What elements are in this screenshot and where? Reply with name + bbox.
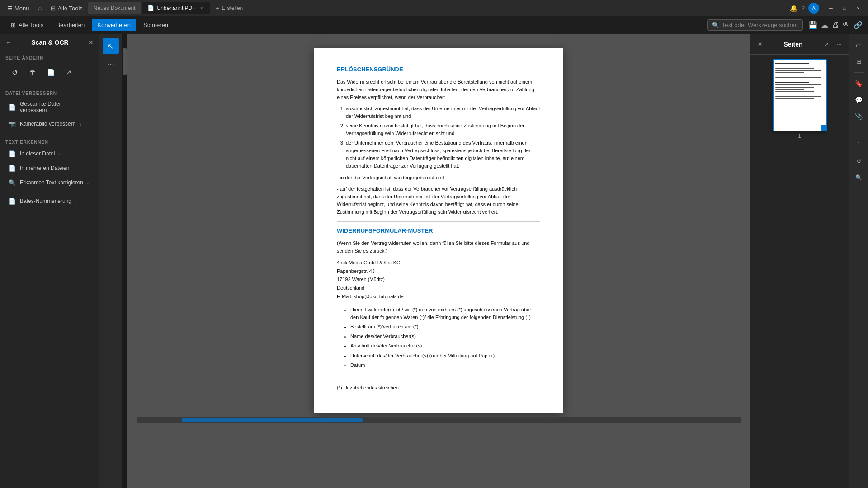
link-icon[interactable]: 🔗 — [854, 21, 863, 29]
all-tools-title-button[interactable]: ⊞ Alle Tools — [47, 3, 86, 14]
print-icon[interactable]: 🖨 — [832, 21, 839, 29]
menu-signieren[interactable]: Signieren — [138, 19, 174, 31]
list-item-3: der Unternehmer dem Verbraucher eine Bes… — [346, 139, 540, 170]
right-panel-header: ✕ Seiten ↗ ⋯ — [750, 34, 849, 55]
new-tab-button[interactable]: ＋ Erstellen — [211, 3, 247, 14]
tool-kamerabild-label: Kamerabild verbessern — [20, 121, 75, 127]
avatar[interactable]: A — [808, 3, 819, 14]
panel-close-button[interactable]: ✕ — [88, 39, 94, 46]
export-button[interactable]: ↗ — [821, 39, 832, 50]
thumb-line — [775, 96, 822, 97]
list-item-1: ausdrücklich zugestimmt hat, dass der Un… — [346, 105, 540, 120]
country: Deutschland — [337, 284, 540, 292]
bullet-1: Hiermit widerrufe(n) ich/ wir (*) den vo… — [350, 306, 540, 321]
tool-erkannten-text-label: Erkannten Text korrigieren — [20, 179, 83, 186]
home-icon: ⌂ — [38, 5, 42, 12]
all-tools-title-label: Alle Tools — [57, 5, 82, 12]
seite-andern-tools: ↺ 🗑 📄 ↗ — [2, 63, 97, 81]
search-bar[interactable]: 🔍 Text oder Werkzeuge suchen — [707, 19, 803, 31]
horizontal-scrollbar[interactable] — [137, 417, 741, 423]
main-area: ← Scan & OCR ✕ SEITE ÄNDERN ↺ 🗑 📄 ↗ DATE… — [0, 34, 868, 488]
tab-close-icon[interactable]: ✕ — [198, 5, 205, 11]
maximize-button[interactable]: □ — [838, 4, 851, 13]
current-page: 1 — [857, 135, 860, 140]
divider-3 — [0, 192, 99, 192]
tool-erkannten-text[interactable]: 🔍 Erkannten Text korrigieren ↓ — [2, 176, 97, 189]
tab-unbenannt-pdf[interactable]: 📄 Unbenannt.PDF ✕ — [142, 2, 210, 14]
files-icon: 📄 — [8, 164, 16, 172]
panel-back-button[interactable]: ← — [5, 39, 12, 46]
page-number-label: 1 — [798, 133, 801, 139]
panel-toggle-button[interactable]: ▭ — [852, 38, 866, 52]
cursor-tool-button[interactable]: ↖ — [103, 38, 119, 54]
help-icon[interactable]: ? — [801, 5, 805, 12]
window-controls: ─ □ ✕ — [825, 4, 864, 13]
thumb-line — [775, 91, 814, 92]
cursor-move-button[interactable]: ↗ — [62, 66, 75, 79]
right-close-button[interactable]: ✕ — [755, 39, 765, 50]
page-thumb-content — [774, 60, 826, 131]
tool-kamerabild[interactable]: 📷 Kamerabild verbessern ↓ — [2, 117, 97, 131]
document-area[interactable]: ERLÖSCHENSGRÜNDE Das Widerrufsrecht erli… — [127, 34, 750, 488]
delete-button[interactable]: 🗑 — [26, 66, 39, 79]
grid-icon: ⊞ — [51, 5, 56, 12]
hamburger-icon: ☰ — [7, 5, 13, 12]
close-button[interactable]: ✕ — [852, 4, 864, 13]
hscroll-thumb[interactable] — [182, 418, 363, 422]
pro-indicator-4: ↓ — [87, 180, 89, 185]
more-options-button[interactable]: ⋯ — [834, 39, 844, 50]
list-item-2: seine Kenntnis davon bestätigt hat, dass… — [346, 122, 540, 137]
save-icon[interactable]: 💾 — [808, 21, 817, 29]
thumb-line — [775, 89, 805, 90]
tab-bar: Neues Dokument 📄 Unbenannt.PDF ✕ ＋ Erste… — [88, 2, 788, 14]
pro-indicator: ↓ — [89, 105, 91, 110]
hr-1 — [337, 221, 540, 222]
upload-icon[interactable]: ☁ — [821, 21, 828, 29]
tool-in-dieser-datei[interactable]: 📄 In dieser Datei ↓ — [2, 147, 97, 160]
grid-view-button[interactable]: ⊞ — [852, 54, 866, 69]
right-panel-title: Seiten — [783, 41, 802, 48]
notification-icon[interactable]: 🔔 — [790, 5, 797, 12]
tab-neues-dokument[interactable]: Neues Dokument — [88, 2, 141, 14]
tool-in-mehreren-dateien[interactable]: 📄 In mehreren Dateien — [2, 161, 97, 175]
tool-bates-nummerierung[interactable]: 📄 Bates-Nummerierung ↓ — [2, 194, 97, 208]
comment-button[interactable]: 💬 — [852, 93, 866, 107]
tab-label: Neues Dokument — [94, 5, 136, 11]
tab-label: Unbenannt.PDF — [157, 5, 196, 11]
zoom-button[interactable]: 🔍 — [852, 170, 866, 185]
thumb-line — [775, 66, 822, 66]
bookmark-button[interactable]: 🔖 — [852, 76, 866, 91]
refresh-button[interactable]: ↺ — [852, 154, 866, 169]
bullet-4: Anschrift des/der Verbraucher(s) — [350, 342, 540, 350]
minimize-button[interactable]: ─ — [825, 4, 837, 13]
menu-button[interactable]: ☰ Menu — [4, 3, 33, 14]
new-page-button[interactable]: 📄 — [44, 66, 57, 79]
right-panel: ✕ Seiten ↗ ⋯ — [750, 34, 849, 488]
search-text-icon: 🔍 — [8, 178, 16, 187]
view-icon[interactable]: 👁 — [843, 21, 850, 29]
thumb-line — [775, 94, 822, 94]
attachment-button[interactable]: 📎 — [852, 109, 866, 123]
menu-konvertieren[interactable]: Konvertieren — [92, 19, 136, 31]
thumb-line — [775, 68, 814, 69]
menu-bar: ⊞ Alle Tools Bearbeiten Konvertieren Sig… — [0, 16, 868, 34]
widerruf-list: Hiermit widerrufe(n) ich/ wir (*) den vo… — [350, 306, 540, 369]
vscroll-thumb[interactable] — [123, 48, 127, 75]
back-icon: ← — [5, 39, 12, 46]
more-tools-button[interactable]: ⋯ — [103, 56, 119, 72]
rotate-button[interactable]: ↺ — [8, 66, 21, 79]
para-festgehalten: - auf der festgehalten ist, dass der Ver… — [337, 185, 540, 216]
home-button[interactable]: ⌂ — [35, 3, 46, 14]
tool-bates-label: Bates-Nummerierung — [20, 198, 71, 204]
thumb-line — [775, 63, 810, 64]
menu-bearbeiten[interactable]: Bearbeiten — [51, 19, 90, 31]
vertical-scrollbar[interactable] — [122, 34, 127, 488]
thumb-line — [775, 84, 822, 85]
bates-icon: 📄 — [8, 197, 16, 205]
tool-gescannte-datei[interactable]: 📄 Gescannte Datei verbessern ↓ — [2, 98, 97, 116]
page-thumbnail-1[interactable]: 1 — [755, 59, 844, 139]
menu-all-tools[interactable]: ⊞ Alle Tools — [5, 19, 49, 31]
toolbar-panel: ↖ ⋯ — [99, 34, 122, 488]
heading-erloschensgruende: ERLÖSCHENSGRÜNDE — [337, 66, 540, 73]
thumb-line — [775, 98, 814, 99]
